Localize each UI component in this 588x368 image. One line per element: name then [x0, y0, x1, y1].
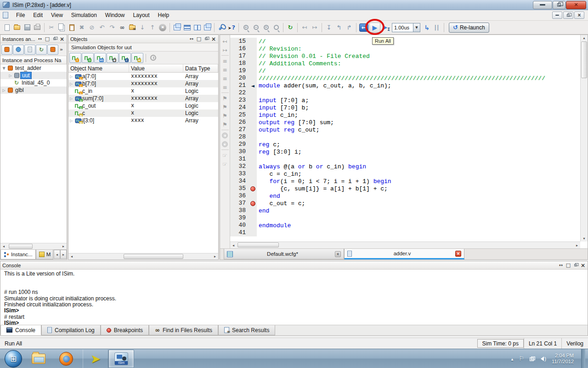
tile-rows-icon[interactable]: [182, 23, 192, 33]
line-marker[interactable]: [249, 192, 257, 200]
code-text[interactable]: // Revision 0.01 - File Created: [257, 53, 370, 60]
close-panel-icon[interactable]: [59, 36, 65, 42]
line-marker[interactable]: [249, 45, 257, 52]
close-tab-icon[interactable]: [335, 251, 341, 257]
code-text[interactable]: end: [257, 207, 269, 214]
tab-compilation-log[interactable]: Compilation Log: [41, 325, 101, 335]
line-marker[interactable]: [249, 133, 257, 141]
line-marker[interactable]: [249, 126, 257, 133]
code-text[interactable]: reg c;: [257, 141, 280, 148]
copy-icon[interactable]: [57, 23, 67, 33]
line-marker[interactable]: [249, 214, 257, 222]
code-line-30[interactable]: 30reg [3:0] i;: [230, 148, 580, 155]
block-edit-icon[interactable]: ⊘: [87, 23, 97, 33]
nav-back-icon[interactable]: ◂: [221, 131, 229, 140]
bookmark-next-icon[interactable]: ⚑: [221, 103, 229, 111]
editor-hscrollbar[interactable]: ◂ ▸: [230, 242, 580, 248]
dock-icon[interactable]: [189, 36, 194, 42]
filter-internal-button[interactable]: ⊕: [107, 53, 119, 63]
tab-console[interactable]: Console: [0, 325, 41, 335]
code-text[interactable]: // Revision:: [257, 46, 302, 52]
line-marker[interactable]: [249, 141, 257, 148]
tree-row-test_adder[interactable]: ▼test_adder: [0, 64, 67, 72]
tray-expand-icon[interactable]: [511, 356, 514, 362]
object-row-c_in[interactable]: Ic_inxLogic: [68, 87, 218, 95]
restore-button[interactable]: [553, 1, 565, 9]
close-panel-icon[interactable]: [580, 263, 586, 268]
float-icon[interactable]: [573, 263, 578, 268]
line-marker[interactable]: [249, 222, 257, 229]
network-icon[interactable]: [530, 356, 535, 361]
code-line-33[interactable]: 33 c = c_in;: [230, 170, 580, 178]
breakpoint-marker[interactable]: [249, 185, 257, 192]
instances-view-button[interactable]: [1, 45, 12, 55]
scroll-right-icon[interactable]: ▸: [60, 243, 67, 249]
objects-hscrollbar[interactable]: ◂ ▸: [68, 253, 218, 259]
float-icon[interactable]: [204, 36, 209, 42]
dock-icon[interactable]: [558, 263, 564, 268]
scroll-right-icon[interactable]: ▸: [574, 242, 580, 248]
expander-icon[interactable]: ▷: [68, 82, 74, 86]
maximize-icon[interactable]: [565, 263, 571, 268]
taskbar-firefox-button[interactable]: [56, 350, 76, 368]
editor-vscrollbar[interactable]: ▴ ▾: [580, 35, 588, 242]
expander-icon[interactable]: ▼: [1, 66, 6, 70]
scroll-thumb[interactable]: [9, 244, 33, 249]
code-text[interactable]: input c_in;: [257, 112, 298, 119]
mdi-minimize-button[interactable]: [552, 12, 562, 19]
line-marker[interactable]: [249, 229, 257, 236]
save-icon[interactable]: [22, 23, 32, 33]
object-row-i[3:0][interactable]: ▷Wi[3:0]xxxxArray: [68, 117, 218, 124]
mdi-restore-button[interactable]: [563, 12, 573, 19]
whats-this-help-icon[interactable]: [226, 23, 237, 33]
tab-nav-left-icon[interactable]: ◂: [54, 250, 60, 259]
filter-constant-button[interactable]: C: [119, 53, 131, 63]
line-marker[interactable]: [249, 119, 257, 126]
code-text[interactable]: input [7:0] a;: [257, 97, 309, 104]
pan-select-icon[interactable]: ☞: [221, 160, 229, 168]
restart-button[interactable]: [359, 23, 368, 32]
line-marker[interactable]: [249, 170, 257, 178]
code-line-20[interactable]: 20//////////////////////////////////////…: [230, 75, 580, 82]
filter-output-button[interactable]: O: [82, 53, 94, 63]
zoom-in-icon[interactable]: +: [241, 23, 251, 33]
line-marker[interactable]: [249, 148, 257, 155]
code-line-22[interactable]: 22: [230, 89, 580, 97]
line-marker[interactable]: [249, 178, 257, 185]
bookmark-toggle-icon[interactable]: ⚑: [221, 94, 229, 103]
step-over-icon[interactable]: ↰: [334, 23, 344, 33]
expander-icon[interactable]: ▷: [8, 74, 13, 78]
code-area[interactable]: 15//16// Revision:17// Revision 0.01 - F…: [230, 35, 588, 248]
code-text[interactable]: output reg c_out;: [257, 126, 320, 133]
menu-edit[interactable]: Edit: [29, 11, 47, 20]
step-button[interactable]: [422, 23, 432, 33]
source-view-button[interactable]: [24, 45, 35, 55]
code-line-40[interactable]: 40endmodule: [230, 222, 580, 229]
bookmark-previous-icon[interactable]: ⚑: [221, 111, 229, 120]
find-icon[interactable]: ∞: [117, 23, 127, 33]
code-text[interactable]: c_out = c;: [257, 200, 305, 207]
pan-hand-icon[interactable]: ☞: [221, 151, 229, 160]
code-text[interactable]: {c, sum[i]} = a[i] + b[1] + c;: [257, 185, 388, 192]
memory-view-button[interactable]: [47, 45, 58, 55]
line-marker[interactable]: [249, 207, 257, 214]
line-marker[interactable]: [249, 60, 257, 67]
taskbar-isim-button[interactable]: ISim: [108, 350, 134, 368]
tile-columns-icon[interactable]: [192, 23, 202, 33]
float-window-icon[interactable]: [202, 23, 212, 33]
code-line-24[interactable]: 24input [7:0] b;: [230, 104, 580, 111]
code-text[interactable]: c = c_in;: [257, 171, 302, 178]
filter-input-button[interactable]: I: [69, 53, 81, 63]
taskbar-clock[interactable]: 2:04 PM 11/7/2012: [552, 353, 576, 365]
indent-icon[interactable]: ↦: [221, 46, 229, 54]
expander-icon[interactable]: ▷: [68, 97, 74, 101]
object-row-c_out[interactable]: Oc_outxLogic: [68, 102, 218, 109]
taskbar-explorer-button[interactable]: [28, 350, 49, 368]
tree-row-glbl[interactable]: ▷glbl: [0, 86, 67, 94]
line-marker[interactable]: [249, 163, 257, 170]
tab-breakpoints[interactable]: Breakpoints: [101, 325, 149, 335]
code-line-16[interactable]: 16// Revision:: [230, 45, 580, 52]
start-button[interactable]: [5, 350, 22, 368]
close-button[interactable]: [566, 1, 586, 9]
tab-find-in-files-results[interactable]: Find in Files Results: [149, 325, 218, 335]
